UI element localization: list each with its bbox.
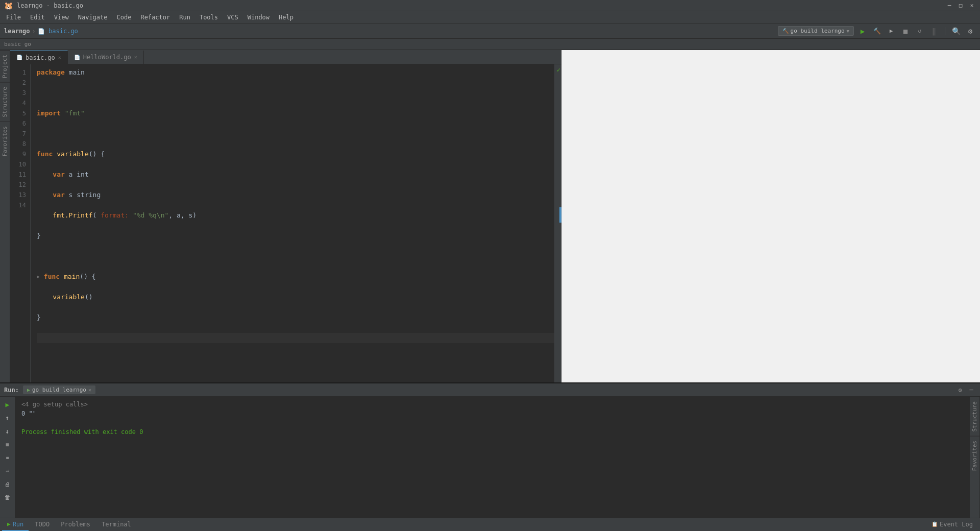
code-line-4 — [37, 129, 554, 139]
menu-edit[interactable]: Edit — [26, 13, 49, 22]
nav-breadcrumb-text: basic go — [4, 41, 31, 47]
output-line-4: Process finished with exit code 0 — [21, 427, 963, 437]
tab-basic-go[interactable]: 📄 basic.go ✕ — [10, 51, 68, 64]
run-filter-btn[interactable]: ≡ — [2, 452, 13, 463]
coverage-button[interactable]: ▶ — [886, 26, 897, 37]
breadcrumb-project: learngo — [4, 28, 30, 35]
code-line-11: ▶ func main() { — [37, 272, 554, 282]
run-minimize-btn[interactable]: ─ — [967, 385, 976, 395]
run-button[interactable]: ▶ — [857, 26, 868, 37]
app-icon: 🐹 — [4, 2, 13, 10]
tab-icon-hw: 📄 — [74, 55, 80, 60]
toolbar-sep — [945, 27, 945, 35]
tab-helloworld[interactable]: 📄 HelloWorld.go ✕ — [68, 51, 144, 64]
output-line-1: <4 go setup calls> — [21, 400, 963, 409]
menu-run[interactable]: Run — [175, 13, 194, 22]
code-line-8: fmt.Printf( format: "%d %q\n", a, s) — [37, 210, 554, 221]
code-line-3: import "fmt" — [37, 108, 554, 118]
bottom-tab-run[interactable]: ▶ Run — [2, 519, 29, 531]
pause-button[interactable]: ‖ — [928, 26, 940, 37]
search-everywhere-button[interactable]: 🔍 — [950, 26, 962, 37]
code-line-14 — [37, 333, 554, 343]
menu-vcs[interactable]: VCS — [223, 13, 242, 22]
sidebar-item-favorites[interactable]: Favorites — [0, 122, 10, 161]
left-vertical-tabs: Project Structure Favorites — [0, 50, 10, 382]
run-tab-go-build[interactable]: ▶ go build learngo ✕ — [23, 385, 95, 394]
menu-view[interactable]: View — [50, 13, 73, 22]
tab-close-basic[interactable]: ✕ — [58, 55, 61, 60]
menu-tools[interactable]: Tools — [195, 13, 222, 22]
code-line-6: var a int — [37, 170, 554, 180]
bottom-tab-eventlog[interactable]: 📋 Event Log — [926, 519, 978, 531]
bottom-tab-problems[interactable]: Problems — [56, 519, 95, 531]
title-bar: 🐹 learngo - basic.go ─ □ ✕ — [0, 0, 980, 11]
tab-close-hw[interactable]: ✕ — [134, 55, 137, 60]
output-line-2: 0 "" — [21, 409, 963, 418]
run-config-label: go build learngo — [791, 28, 845, 34]
right-panel — [561, 50, 980, 382]
title-bar-title: learngo - basic.go — [17, 2, 83, 9]
run-side-toolbar: ▶ ↑ ↓ ■ ≡ ⏎ 🖨 🗑 — [0, 397, 15, 518]
run-down-btn[interactable]: ↓ — [2, 425, 13, 437]
close-button[interactable]: ✕ — [968, 2, 976, 10]
stop-button[interactable]: ■ — [900, 26, 911, 37]
code-line-7: var s string — [37, 190, 554, 200]
toolbar-left: learngo › 📄 basic.go — [4, 28, 78, 35]
title-bar-left: 🐹 learngo - basic.go — [4, 2, 83, 10]
run-delete-btn[interactable]: 🗑 — [2, 492, 13, 503]
title-bar-controls: ─ □ ✕ — [945, 2, 976, 10]
bottom-panel: Run: ▶ go build learngo ✕ ⚙ ─ ▶ ↑ ↓ ■ ≡ … — [0, 382, 980, 518]
menu-help[interactable]: Help — [275, 13, 298, 22]
menu-code[interactable]: Code — [113, 13, 136, 22]
breadcrumb-sep: › — [32, 28, 36, 35]
menu-bar: File Edit View Navigate Code Refactor Ru… — [0, 11, 980, 23]
right-gutter: ✓ — [554, 64, 561, 382]
code-line-9: } — [37, 231, 554, 241]
run-output: <4 go setup calls> 0 "" Process finished… — [15, 397, 969, 518]
code-content[interactable]: package main import "fmt" func variable(… — [31, 64, 554, 382]
code-line-13: } — [37, 312, 554, 323]
run-vert-tab-structure[interactable]: Structure — [970, 397, 979, 436]
run-settings-btn[interactable]: ⚙ — [955, 385, 965, 395]
bottom-tab-run-label: Run — [13, 521, 24, 528]
run-rerun-btn[interactable]: ▶ — [2, 399, 13, 410]
run-print-btn[interactable]: 🖨 — [2, 478, 13, 490]
rerun-button[interactable]: ↺ — [914, 26, 925, 37]
bottom-tab-problems-label: Problems — [61, 521, 90, 528]
run-vert-tab-favorites[interactable]: Favorites — [970, 436, 979, 475]
settings-button[interactable]: ⚙ — [965, 26, 976, 37]
minimize-button[interactable]: ─ — [945, 2, 953, 10]
run-tab-label: go build learngo — [32, 387, 86, 393]
toolbar-right: 🔨 go build learngo ▼ ▶ 🔨 ▶ ■ ↺ ‖ 🔍 ⚙ — [778, 26, 976, 37]
run-tab-close[interactable]: ✕ — [88, 387, 91, 393]
gutter-scroll-bar[interactable] — [559, 207, 561, 223]
main-layout: Project Structure Favorites 📄 basic.go ✕… — [0, 50, 980, 382]
bottom-tab-terminal[interactable]: Terminal — [96, 519, 136, 531]
menu-refactor[interactable]: Refactor — [136, 13, 174, 22]
bottom-tab-todo-label: TODO — [35, 521, 50, 528]
run-stop-btn[interactable]: ■ — [2, 439, 13, 450]
run-right-vert-tabs: Structure Favorites — [969, 397, 980, 518]
output-line-3 — [21, 418, 963, 427]
editor-container: 📄 basic.go ✕ 📄 HelloWorld.go ✕ 1 2 3 4 5… — [10, 50, 561, 382]
code-editor[interactable]: 1 2 3 4 5 6 7 8 9 10 11 12 13 14 package… — [10, 64, 561, 382]
run-panel-label: Run: — [4, 387, 19, 394]
run-up-btn[interactable]: ↑ — [2, 412, 13, 423]
code-line-12: variable() — [37, 292, 554, 302]
sidebar-item-structure[interactable]: Structure — [0, 82, 10, 122]
code-line-5: func variable() { — [37, 149, 554, 159]
bottom-tab-todo[interactable]: TODO — [30, 519, 55, 531]
menu-file[interactable]: File — [2, 13, 25, 22]
bottom-tab-terminal-label: Terminal — [102, 521, 131, 528]
line-numbers: 1 2 3 4 5 6 7 8 9 10 11 12 13 14 — [10, 64, 31, 382]
menu-navigate[interactable]: Navigate — [74, 13, 112, 22]
menu-window[interactable]: Window — [243, 13, 274, 22]
run-wraplines-btn[interactable]: ⏎ — [2, 465, 13, 476]
bottom-tabs-bar: ▶ Run TODO Problems Terminal 📋 Event Log — [0, 518, 980, 531]
build-button[interactable]: 🔨 — [871, 26, 883, 37]
run-config-selector[interactable]: 🔨 go build learngo ▼ — [778, 26, 854, 36]
top-toolbar: learngo › 📄 basic.go 🔨 go build learngo … — [0, 23, 980, 39]
sidebar-item-project[interactable]: Project — [0, 50, 10, 82]
gutter-checkmark: ✓ — [557, 66, 560, 74]
maximize-button[interactable]: □ — [957, 2, 965, 10]
